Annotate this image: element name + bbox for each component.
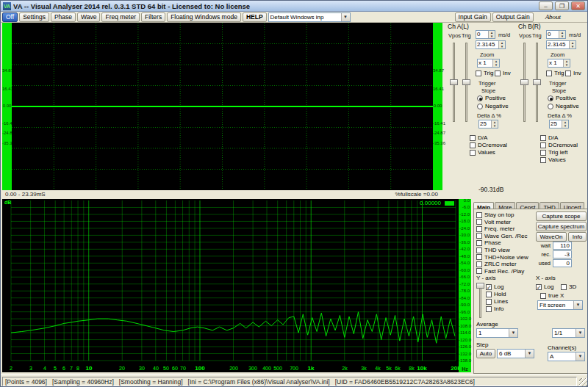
ch-b-option-values[interactable]: Values bbox=[540, 156, 566, 163]
fit-screen-select[interactable]: Fit screen ▼ bbox=[537, 300, 583, 310]
onoff-button[interactable]: Off bbox=[2, 12, 18, 22]
field-value[interactable]: -3 bbox=[553, 250, 572, 258]
yaxis-hold[interactable]: Hold bbox=[486, 291, 506, 297]
spinner-down-icon[interactable]: ▾ bbox=[570, 45, 576, 48]
xaxis-log[interactable]: ✓Log bbox=[536, 283, 553, 290]
ch-a-trig-checkbox[interactable]: Trig bbox=[476, 70, 493, 76]
spectrum-display[interactable]: dB 0.00000 23456781020304050607010020030… bbox=[2, 199, 459, 372]
frequency-axis: 2345678102030405060701002003004005007001… bbox=[2, 364, 459, 372]
ch-a-option-dcremoval[interactable]: DCremoval bbox=[470, 142, 507, 148]
ch-b-option-dcremoval[interactable]: DCremoval bbox=[540, 142, 578, 148]
ch-b-vpos-spinner[interactable]: 0▴▾ bbox=[546, 30, 566, 39]
spinner-down-icon[interactable]: ▾ bbox=[499, 45, 505, 48]
ch-a-slope-negative[interactable]: Negative bbox=[477, 103, 509, 109]
input-device-select[interactable]: Default Windows inp ▼ bbox=[268, 12, 351, 22]
ch-a-msd-spinner-arrows: ▴▾ bbox=[498, 41, 505, 48]
ch-a-msd-spinner[interactable]: 2.3145▴▾ bbox=[476, 40, 506, 49]
filters-button[interactable]: Filters bbox=[141, 12, 165, 22]
ch-a-trig-slider-handle[interactable] bbox=[462, 79, 470, 85]
panel-checkbox-wave-gen-rec[interactable]: Wave Gen. /Rec bbox=[476, 233, 527, 239]
yaxis-lines[interactable]: Lines bbox=[486, 298, 508, 305]
input-device-value: Default Windows inp bbox=[269, 13, 341, 21]
ch-b-msd-spinner[interactable]: 2.3145▴▾ bbox=[546, 40, 576, 49]
ch-b-slope-positive-dot bbox=[550, 98, 553, 101]
status-part-0: [Points = 4096] bbox=[5, 378, 47, 386]
panel-checkbox-volt-meter[interactable]: Volt meter bbox=[476, 219, 511, 225]
xaxis-3d[interactable]: 3D bbox=[561, 283, 576, 290]
spinner-down-icon[interactable]: ▾ bbox=[492, 124, 498, 128]
floating-windows-button[interactable]: Floating Windows mode bbox=[167, 12, 241, 22]
settings-button[interactable]: Settings bbox=[19, 12, 49, 22]
info-button[interactable]: Info bbox=[568, 232, 587, 242]
average-value: 1 bbox=[477, 329, 509, 337]
panel-checkbox-fast-rec-play[interactable]: Fast Rec. /Play bbox=[476, 268, 524, 275]
capture-scope-button[interactable]: Capture scope bbox=[536, 211, 587, 221]
spinner-down-icon[interactable]: ▾ bbox=[493, 63, 499, 67]
spinner-down-icon[interactable]: ▾ bbox=[564, 63, 570, 67]
ch-a-inv-checkbox-label: Inv bbox=[503, 70, 511, 76]
about-link[interactable]: About bbox=[545, 13, 562, 21]
ratio-select[interactable]: 1/1 ▼ bbox=[552, 328, 585, 338]
db-tick--120: -120.0 bbox=[459, 338, 470, 342]
ch-b-trig-slider-handle[interactable] bbox=[533, 79, 541, 85]
yaxis-log[interactable]: ✓Log bbox=[486, 283, 503, 290]
ch-a-option-d-a[interactable]: D/A bbox=[470, 134, 487, 141]
ch-a-slope-positive[interactable]: Positive bbox=[477, 95, 506, 101]
wave-button[interactable]: Wave bbox=[77, 12, 100, 22]
ch-b-vpos-slider[interactable] bbox=[520, 43, 528, 122]
yaxis-slider[interactable] bbox=[476, 283, 484, 318]
ch-b-slope-negative[interactable]: Negative bbox=[548, 103, 579, 109]
ch-b-trig-checkbox[interactable]: Trig bbox=[546, 70, 564, 76]
field-value[interactable]: 0 bbox=[553, 259, 572, 267]
freq-tick-100: 100 bbox=[195, 365, 204, 372]
freq-meter-button[interactable]: Freq meter bbox=[101, 12, 140, 22]
field-value[interactable]: 110 bbox=[553, 242, 572, 250]
spinner-down-icon[interactable]: ▾ bbox=[559, 35, 565, 38]
input-gain-button[interactable]: Input Gain bbox=[455, 12, 491, 22]
average-select[interactable]: 1 ▼ bbox=[476, 328, 518, 338]
oscilloscope-display[interactable] bbox=[12, 23, 433, 190]
minimize-button[interactable]: – bbox=[539, 1, 553, 10]
wave-on-button[interactable]: WaveOn bbox=[536, 232, 567, 242]
resize-grip[interactable] bbox=[579, 378, 588, 387]
spinner-down-icon[interactable]: ▾ bbox=[562, 124, 568, 128]
phase-button[interactable]: Phase bbox=[51, 12, 76, 22]
panel-checkbox-freq-meter[interactable]: Freq. meter bbox=[476, 225, 514, 232]
ch-b-inv-checkbox[interactable]: Inv bbox=[565, 70, 581, 76]
panel-checkbox-thd-view[interactable]: THD view bbox=[476, 247, 510, 253]
capture-spectrum-button[interactable]: Capture spectrum bbox=[536, 222, 587, 231]
ch-b-delta-spinner[interactable]: 25▴▾ bbox=[549, 120, 569, 129]
ch-a-vpos-slider-handle[interactable] bbox=[450, 79, 458, 85]
spinner-down-icon[interactable]: ▾ bbox=[489, 35, 495, 38]
xaxis-true-x[interactable]: true X bbox=[540, 292, 564, 299]
ch-a-msd-spinner-value: 2.3145 bbox=[476, 41, 498, 48]
ch-a-trig-slider[interactable] bbox=[462, 43, 470, 122]
yaxis-slider-handle[interactable] bbox=[476, 283, 484, 289]
panel-checkbox-stay-on-top[interactable]: Stay on top bbox=[476, 211, 514, 218]
help-button[interactable]: HELP bbox=[243, 12, 267, 22]
panel-checkbox-zrlc-meter[interactable]: ZRLC meter bbox=[476, 261, 517, 267]
ch-a-inv-checkbox[interactable]: Inv bbox=[495, 70, 511, 76]
ch-a-delta-spinner[interactable]: 25▴▾ bbox=[478, 120, 498, 129]
ch-a-option-values[interactable]: Values bbox=[470, 149, 495, 156]
ch-a-vpos-spinner[interactable]: 0▴▾ bbox=[476, 30, 495, 39]
ch-b-vpos-slider-handle[interactable] bbox=[520, 79, 528, 85]
ch-b-option-d-a[interactable]: D/A bbox=[540, 134, 558, 141]
ch-b-option-trig-left[interactable]: Trig left bbox=[540, 149, 567, 156]
step-select[interactable]: 6 dB ▼ bbox=[497, 349, 534, 358]
xaxis-log-label: Log bbox=[544, 283, 553, 290]
ch-a-zoom-spinner[interactable]: x 1▴▾ bbox=[477, 59, 500, 68]
yaxis-info[interactable]: Info bbox=[486, 305, 503, 312]
panel-checkbox-thd-noise-view[interactable]: THD+Noise view bbox=[476, 254, 528, 261]
panel-checkbox-phase[interactable]: Phase bbox=[476, 239, 501, 246]
close-button[interactable]: ✕ bbox=[571, 1, 585, 10]
channel-select[interactable]: A ▼ bbox=[548, 352, 585, 361]
ch-b-zoom-spinner[interactable]: x 1▴▾ bbox=[548, 59, 570, 68]
ch-b-trig-slider[interactable] bbox=[533, 43, 541, 122]
auto-button[interactable]: Auto bbox=[476, 349, 495, 358]
ch-a-vpos-slider[interactable] bbox=[450, 43, 458, 122]
ch-b-slope-positive[interactable]: Positive bbox=[548, 95, 576, 101]
output-gain-button[interactable]: Output Gain bbox=[492, 12, 534, 22]
ch-a-zoom-spinner-arrows: ▴▾ bbox=[492, 59, 499, 67]
maximize-button[interactable]: ❐ bbox=[555, 1, 569, 10]
